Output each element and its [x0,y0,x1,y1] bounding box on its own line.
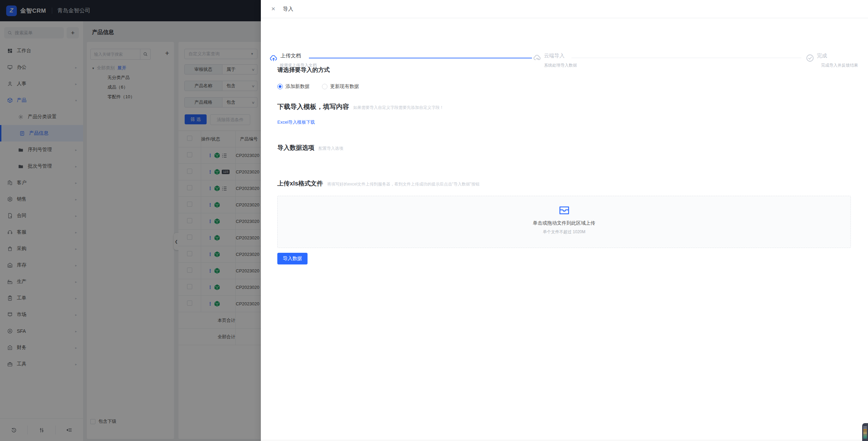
cloud-upload-icon [269,54,278,62]
import-steps: 上传文档 按需求上传导入文档 云端导入 系统处理导入数据 完成 完成导入并反馈结… [261,18,868,56]
mode-section-heading: 请选择要导入的方式 [277,66,330,74]
step-connector-active [309,58,532,58]
radio-update-existing[interactable] [322,84,327,89]
inbox-icon [558,204,571,217]
upload-section-heading: 上传xls格式文件将填写好的excel文件上传到服务器，看到文件上传成功的提示后… [277,179,480,188]
step-2-title: 云端导入 [544,53,565,59]
step-connector [571,58,801,58]
cloud-sync-icon [533,54,541,62]
upload-section-hint: 将填写好的excel文件上传到服务器，看到文件上传成功的提示后点击"导入数据"按… [327,182,480,186]
radio-add-new-label: 添加新数据 [286,83,310,90]
options-section-heading: 导入数据选项配置导入选项 [277,144,343,152]
step-2-desc: 系统处理导入数据 [544,63,577,68]
dropzone-text: 单击或拖动文件到此区域上传 [278,220,850,226]
template-section-heading: 下载导入模板，填写内容如果需要导入自定义字段需要先添加自定义字段！ [277,102,444,111]
file-dropzone[interactable]: 单击或拖动文件到此区域上传 单个文件不超过 1020M [277,196,851,248]
import-drawer: ✕ 导入 上传文档 按需求上传导入文档 云端导入 系统处理导入数据 完成 完成导… [261,0,868,441]
drawer-title: 导入 [283,6,293,12]
import-mode-radios: 添加新数据 更新现有数据 [277,83,359,90]
step-3-title: 完成 [817,53,827,59]
dropzone-hint: 单个文件不超过 1020M [278,229,850,235]
import-data-button[interactable]: 导入数据 [277,253,308,264]
bottom-divider [261,440,868,440]
check-circle-icon [806,54,814,62]
step-3-desc: 完成导入并反馈结果 [821,63,858,68]
drawer-header: ✕ 导入 [261,0,868,18]
radio-add-new[interactable] [277,84,283,89]
radio-update-existing-label: 更新现有数据 [330,83,359,90]
close-icon[interactable]: ✕ [271,6,276,12]
options-section-hint: 配置导入选项 [319,146,343,151]
excel-template-download-link[interactable]: Excel导入模板下载 [277,119,315,125]
step-1-title: 上传文档 [280,53,301,59]
template-section-hint: 如果需要导入自定义字段需要先添加自定义字段！ [353,105,444,110]
browser-extension-widget[interactable] [862,423,868,441]
